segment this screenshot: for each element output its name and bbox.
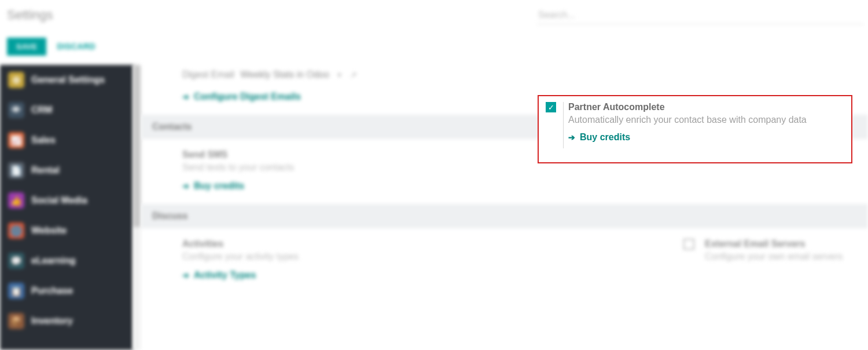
scrollbar-track	[133, 65, 141, 350]
digest-email-value[interactable]: Weekly Stats in Odoo	[240, 70, 329, 79]
sidebar-item-label: Purchase	[31, 286, 73, 296]
sidebar-item-sales[interactable]: 📈 Sales	[0, 125, 133, 155]
sidebar-item-social-media[interactable]: 👍 Social Media	[0, 185, 133, 216]
search-input[interactable]	[537, 6, 863, 24]
external-link-icon[interactable]: ↗	[350, 70, 357, 79]
sidebar-item-label: General Settings	[31, 75, 105, 85]
sms-buy-credits-link[interactable]: ➔ Buy credits	[182, 181, 244, 191]
link-label: Activity Types	[194, 270, 256, 280]
external-email-title: External Email Servers	[705, 239, 843, 249]
sidebar-item-crm[interactable]: 👁 CRM	[0, 95, 133, 125]
key-icon: 📄	[8, 162, 24, 178]
sidebar-item-general-settings[interactable]: ⚙ General Settings	[0, 65, 133, 95]
link-label: Configure Digest Emails	[194, 92, 301, 102]
arrow-right-icon: ➔	[182, 181, 189, 191]
partner-autocomplete-checkbox[interactable]: ✓	[546, 102, 556, 112]
chart-icon: 📈	[8, 132, 24, 148]
globe-icon: 🌐	[8, 223, 24, 239]
discuss-section-header: Discuss	[141, 204, 868, 228]
activities-subtitle: Configure your activity types	[182, 251, 558, 262]
handshake-icon: 👁	[8, 102, 24, 118]
sidebar-item-label: CRM	[31, 105, 52, 115]
activities-title: Activities	[182, 239, 558, 249]
chat-icon: 💬	[8, 253, 24, 269]
box-icon: 📦	[8, 313, 24, 329]
sidebar-item-label: Inventory	[31, 316, 73, 326]
gear-icon: ⚙	[8, 72, 24, 88]
link-label: Buy credits	[194, 181, 244, 191]
activity-types-link[interactable]: ➔ Activity Types	[182, 270, 256, 280]
cart-icon: 📋	[8, 283, 24, 299]
sidebar-item-label: Social Media	[31, 195, 87, 206]
sidebar-item-purchase[interactable]: 📋 Purchase	[0, 276, 133, 306]
thumb-icon: 👍	[8, 192, 24, 209]
sidebar-item-label: Website	[31, 225, 67, 236]
sidebar-item-label: Rental	[31, 165, 60, 176]
scrollbar-thumb[interactable]	[133, 65, 141, 227]
partner-autocomplete-highlight: ✓ Partner Autocomplete Automatically enr…	[538, 95, 852, 163]
sidebar-item-label: eLearning	[31, 256, 75, 266]
arrow-right-icon: ➔	[182, 271, 189, 280]
partner-autocomplete-title: Partner Autocomplete	[568, 102, 807, 112]
sidebar: ⚙ General Settings 👁 CRM 📈 Sales 📄 Renta…	[0, 65, 133, 350]
chevron-down-icon[interactable]: ▾	[337, 70, 341, 79]
save-button[interactable]: SAVE	[7, 38, 46, 56]
arrow-right-icon: ➔	[182, 92, 189, 101]
pa-buy-credits-link[interactable]: ➔ Buy credits	[568, 132, 630, 143]
digest-email-label: Digest Email	[182, 70, 234, 79]
arrow-right-icon: ➔	[568, 133, 575, 142]
divider	[563, 102, 564, 148]
discard-button[interactable]: DISCARD	[57, 42, 95, 51]
sidebar-item-elearning[interactable]: 💬 eLearning	[0, 246, 133, 276]
external-email-checkbox[interactable]	[683, 239, 694, 250]
sidebar-item-label: Sales	[31, 135, 56, 145]
sidebar-item-inventory[interactable]: 📦 Inventory	[0, 306, 133, 336]
partner-autocomplete-subtitle: Automatically enrich your contact base w…	[568, 115, 807, 125]
external-email-subtitle: Configure your own email servers	[705, 251, 843, 262]
sidebar-item-rental[interactable]: 📄 Rental	[0, 155, 133, 185]
configure-digest-link[interactable]: ➔ Configure Digest Emails	[182, 92, 301, 102]
send-sms-subtitle: Send texts to your contacts	[182, 162, 558, 173]
link-label: Buy credits	[580, 132, 630, 143]
sidebar-item-website[interactable]: 🌐 Website	[0, 216, 133, 246]
page-title: Settings	[7, 8, 53, 23]
send-sms-title: Send SMS	[182, 150, 558, 160]
